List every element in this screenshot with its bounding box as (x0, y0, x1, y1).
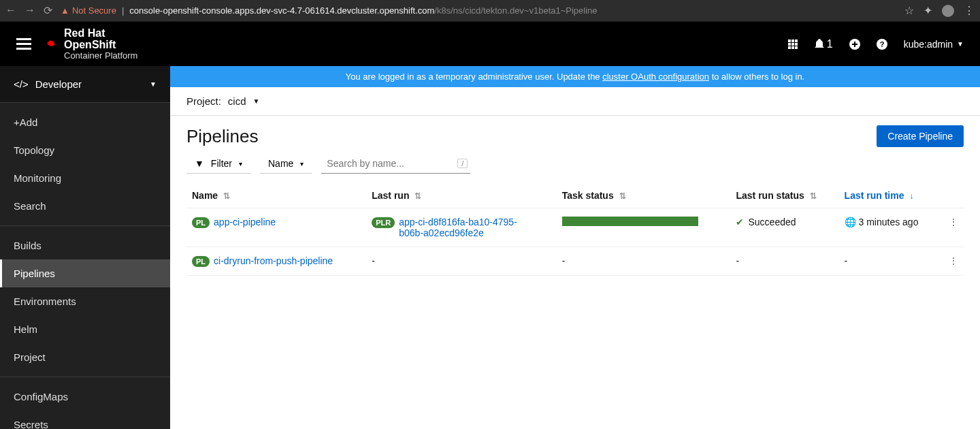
browser-nav: ← → ⟳ (5, 4, 52, 17)
perspective-label: Developer (35, 78, 82, 90)
sidebar-item--add[interactable]: +Add (0, 108, 170, 136)
bookmark-icon[interactable]: ☆ (904, 4, 914, 17)
caret-down-icon: ▼ (253, 97, 260, 105)
col-name[interactable]: Name⇅ (186, 183, 366, 208)
check-circle-icon: ✔ (736, 217, 744, 227)
sidebar-item-environments[interactable]: Environments (0, 287, 170, 315)
sidebar-item-search[interactable]: Search (0, 192, 170, 220)
nav-group-1: +AddTopologyMonitoringSearch (0, 102, 170, 225)
url-bar[interactable]: ▲ Not Secure | console-openshift-console… (61, 5, 896, 16)
sidebar: </> Developer ▼ +AddTopologyMonitoringSe… (0, 66, 170, 429)
row-actions-kebab[interactable]: ⋮ (939, 208, 964, 247)
project-label: Project: (186, 95, 221, 107)
sidebar-item-pipelines[interactable]: Pipelines (0, 259, 170, 287)
browser-right: ☆ ✦ ⋮ (904, 4, 975, 17)
not-secure-label: Not Secure (72, 5, 116, 16)
project-value: cicd (228, 95, 246, 107)
svg-rect-7 (791, 46, 794, 49)
browser-menu-icon[interactable]: ⋮ (964, 4, 975, 17)
alert-link[interactable]: cluster OAuth configuration (602, 72, 709, 82)
svg-rect-5 (795, 43, 798, 46)
notifications-icon[interactable]: 1 (815, 38, 833, 50)
caret-down-icon: ▾ (300, 160, 304, 168)
url-host: console-openshift-console.apps.dev-svc-4… (129, 5, 434, 16)
brand: Red Hat OpenShift Container Platform (45, 27, 137, 61)
browser-profile-icon[interactable] (942, 5, 954, 17)
col-last-run-status[interactable]: Last run status⇅ (730, 183, 838, 208)
create-pipeline-button[interactable]: Create Pipeline (877, 125, 964, 147)
page-header: Pipelines Create Pipeline (170, 116, 980, 154)
sort-handle-icon: ⇅ (223, 191, 230, 201)
caret-down-icon: ▼ (957, 40, 964, 48)
perspective-switcher[interactable]: </> Developer ▼ (0, 66, 170, 102)
code-icon: </> (14, 78, 29, 90)
sort-handle-icon: ⇅ (619, 191, 626, 201)
url-divider: | (122, 5, 124, 16)
brand-line1: Red Hat (64, 27, 137, 39)
sidebar-item-topology[interactable]: Topology (0, 136, 170, 164)
project-selector[interactable]: Project: cicd ▼ (186, 95, 964, 107)
name-filter-label: Name (268, 158, 293, 169)
sidebar-item-project[interactable]: Project (0, 343, 170, 371)
svg-rect-1 (791, 39, 794, 42)
toolbar: ▼ Filter ▾ Name ▾ / (170, 154, 980, 183)
col-last-run-time[interactable]: Last run time↓ (839, 183, 940, 208)
pipelines-table: Name⇅ Last run⇅ Task status⇅ Last run st… (186, 183, 964, 276)
status-succeeded: ✔Succeeded (736, 217, 833, 227)
sidebar-item-secrets[interactable]: Secrets (0, 411, 170, 429)
pipeline-link[interactable]: app-ci-pipeline (214, 217, 276, 227)
task-status-bar (562, 217, 698, 226)
nav-group-2: BuildsPipelinesEnvironmentsHelmProject (0, 225, 170, 377)
table-row: PLapp-ci-pipelinePLRapp-ci-d8f816fa-ba10… (186, 208, 964, 247)
forward-icon[interactable]: → (24, 4, 35, 17)
reload-icon[interactable]: ⟳ (44, 4, 52, 17)
extensions-icon[interactable]: ✦ (924, 4, 932, 17)
help-icon[interactable]: ? (877, 39, 887, 50)
row-actions-kebab[interactable]: ⋮ (939, 247, 964, 276)
pipeline-link[interactable]: ci-dryrun-from-push-pipeline (214, 255, 333, 266)
svg-rect-8 (795, 46, 798, 49)
svg-rect-6 (788, 46, 791, 49)
sidebar-item-monitoring[interactable]: Monitoring (0, 164, 170, 192)
masthead-right: 1 ? kube:admin ▼ (787, 38, 964, 50)
redhat-icon (45, 37, 59, 50)
svg-text:?: ? (879, 40, 884, 48)
sidebar-item-configmaps[interactable]: ConfigMaps (0, 383, 170, 411)
app-launcher-icon[interactable] (787, 39, 798, 50)
brand-text: Red Hat OpenShift Container Platform (64, 27, 137, 61)
funnel-icon: ▼ (195, 158, 204, 169)
user-menu[interactable]: kube:admin ▼ (904, 39, 964, 50)
back-icon[interactable]: ← (5, 4, 16, 17)
filter-button[interactable]: ▼ Filter ▾ (186, 154, 250, 174)
filter-label: Filter (211, 158, 232, 169)
last-run-empty: - (366, 247, 556, 276)
masthead: Red Hat OpenShift Container Platform 1 ?… (0, 22, 980, 66)
search-input[interactable] (321, 154, 457, 173)
col-task-status[interactable]: Task status⇅ (557, 183, 731, 208)
browser-chrome: ← → ⟳ ▲ Not Secure | console-openshift-c… (0, 0, 980, 22)
pl-badge: PL (192, 217, 210, 228)
table-row: PLci-dryrun-from-push-pipeline----⋮ (186, 247, 964, 276)
svg-rect-0 (788, 39, 791, 42)
url-text: console-openshift-console.apps.dev-svc-4… (129, 5, 597, 16)
shell: </> Developer ▼ +AddTopologyMonitoringSe… (0, 66, 980, 429)
warning-icon: ▲ (61, 5, 69, 16)
project-bar: Project: cicd ▼ (170, 87, 980, 116)
url-path: /k8s/ns/cicd/tekton.dev~v1beta1~Pipeline (434, 5, 597, 16)
sidebar-item-builds[interactable]: Builds (0, 232, 170, 259)
col-actions (939, 183, 964, 208)
hamburger-icon[interactable] (16, 38, 31, 50)
caret-down-icon: ▼ (150, 80, 157, 88)
search-shortcut: / (457, 159, 468, 168)
svg-rect-3 (788, 43, 791, 46)
sidebar-item-helm[interactable]: Helm (0, 315, 170, 343)
add-icon[interactable] (849, 39, 860, 50)
pl-badge: PL (192, 256, 210, 267)
info-alert: You are logged in as a temporary adminis… (170, 66, 980, 87)
page-title: Pipelines (186, 126, 259, 147)
name-filter-button[interactable]: Name ▾ (260, 154, 312, 174)
caret-down-icon: ▾ (239, 160, 242, 168)
pipelinerun-link[interactable]: app-ci-d8f816fa-ba10-4795-b06b-a02ecd96f… (399, 217, 521, 238)
col-last-run[interactable]: Last run⇅ (366, 183, 556, 208)
search-wrap: / (321, 154, 470, 174)
